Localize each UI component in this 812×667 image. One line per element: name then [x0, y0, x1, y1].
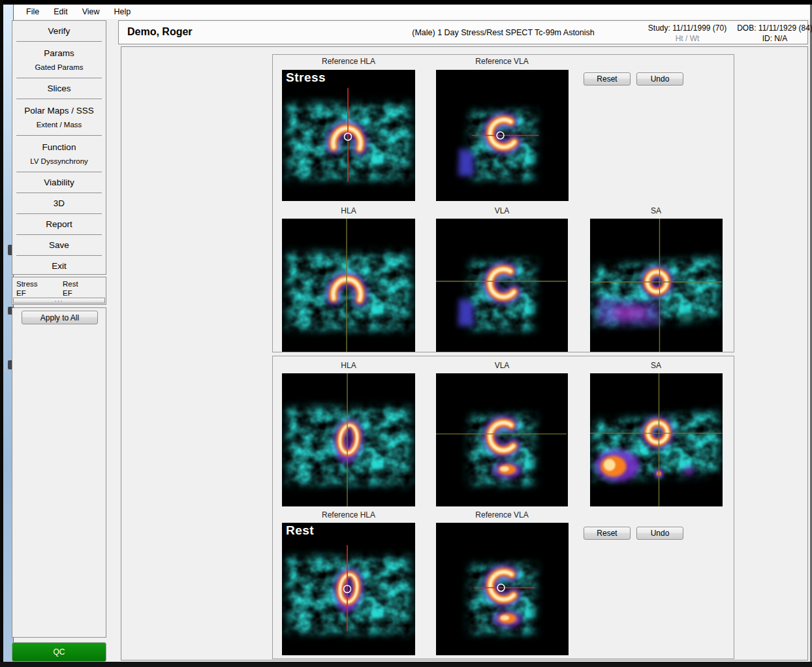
taskbar-strip [0, 662, 812, 667]
stress-overlay-label: Stress [286, 70, 326, 85]
rest-sa-image[interactable] [590, 373, 723, 506]
ht-wt: Ht / Wt [648, 33, 726, 44]
dob: DOB: 11/11/1929 (84) [737, 23, 812, 33]
stress-reference-hla-image[interactable]: Stress [282, 70, 415, 201]
stress-hla-image[interactable] [282, 219, 415, 352]
rest-reset-button[interactable]: Reset [584, 527, 631, 540]
patient-id: ID: N/A [737, 33, 812, 44]
study-description: (Male) 1 Day Stress/Rest SPECT Tc-99m As… [412, 28, 595, 37]
menu-view[interactable]: View [75, 5, 107, 19]
stress-reset-button[interactable]: Reset [584, 72, 631, 85]
rest-reference-vla-image[interactable] [436, 523, 569, 655]
menu-help[interactable]: Help [107, 5, 138, 19]
apply-to-all-button[interactable]: Apply to All [22, 311, 98, 324]
study-date: Study: 11/11/1999 (70) [648, 23, 726, 33]
sidebar-subitem-label[interactable]: Extent / Mass [12, 120, 106, 130]
label-rest-ref-vla: Reference VLA [450, 510, 554, 520]
sidebar-subitem-label[interactable]: LV Dyssynchrony [12, 157, 106, 166]
sidebar-item-3d[interactable]: 3D [12, 193, 106, 213]
sidebar-item-label[interactable]: Function [12, 142, 106, 153]
sidebar-item-label[interactable]: Report [12, 219, 106, 230]
label-stress-ref-hla: Reference HLA [296, 57, 401, 66]
sidebar-item-params[interactable]: ParamsGated Params [12, 42, 106, 78]
sidebar-item-label[interactable]: Slices [12, 83, 106, 94]
sidebar-item-verify[interactable]: Verify [12, 21, 106, 41]
ef-panel: Stress EF Rest EF ... [12, 277, 106, 305]
stress-reference-vla-image[interactable] [436, 70, 569, 201]
rest-vla-image[interactable] [436, 373, 568, 506]
rest-reference-hla-image[interactable]: Rest [282, 523, 415, 655]
sidebar-item-label[interactable]: 3D [12, 198, 106, 209]
menu-file[interactable]: File [19, 5, 46, 19]
stress-group: Reference HLA Reference VLA Stress Reset… [272, 54, 734, 352]
label-stress-ref-vla: Reference VLA [450, 57, 554, 66]
sidebar-item-label[interactable]: Verify [12, 25, 106, 37]
label-rest-vla: VLA [450, 361, 554, 370]
label-rest-hla: HLA [296, 361, 401, 370]
dob-block: DOB: 11/11/1929 (84) ID: N/A [737, 23, 812, 44]
menu-bar: File Edit View Help [14, 5, 810, 19]
stress-vla-image[interactable] [436, 219, 568, 352]
window-top-border [0, 0, 812, 5]
label-stress-vla: VLA [450, 206, 554, 215]
rest-overlay-label: Rest [286, 523, 314, 538]
ef-expander-handle[interactable]: ... [13, 298, 105, 303]
patient-header: Demo, Roger (Male) 1 Day Stress/Rest SPE… [118, 20, 808, 44]
sidebar-item-exit[interactable]: Exit [12, 256, 106, 275]
label-rest-sa: SA [604, 361, 708, 370]
sidebar-item-slices[interactable]: Slices [12, 78, 106, 99]
sidebar-item-polar-maps-sss[interactable]: Polar Maps / SSSExtent / Mass [12, 99, 106, 135]
ef-stress-title: Stress [16, 280, 38, 288]
label-rest-ref-hla: Reference HLA [296, 510, 401, 520]
menu-edit[interactable]: Edit [46, 5, 75, 19]
rest-group: HLA VLA SA Reference HLA Reference VLA [272, 356, 734, 659]
stress-sa-image[interactable] [590, 219, 723, 352]
ef-stress-value: EF [16, 289, 26, 297]
sidebar-item-viability[interactable]: Viability [12, 172, 106, 193]
sidebar-item-report[interactable]: Report [12, 214, 106, 234]
sidebar-item-label[interactable]: Exit [12, 260, 106, 271]
rest-hla-image[interactable] [282, 373, 415, 506]
sidebar-item-save[interactable]: Save [12, 235, 106, 255]
label-stress-hla: HLA [296, 206, 401, 215]
label-stress-sa: SA [604, 206, 708, 215]
sidebar-item-label[interactable]: Save [12, 240, 106, 251]
sidebar-item-label[interactable]: Viability [12, 177, 106, 188]
qc-button[interactable]: QC [12, 642, 106, 662]
rest-undo-button[interactable]: Undo [636, 527, 683, 540]
sidebar-subitem-label[interactable]: Gated Params [12, 63, 106, 72]
stress-undo-button[interactable]: Undo [636, 72, 683, 85]
sidebar-nav: VerifyParamsGated ParamsSlicesPolar Maps… [12, 20, 106, 275]
sidebar-item-label[interactable]: Params [12, 48, 106, 59]
ef-rest-value: EF [63, 289, 72, 297]
study-date-block: Study: 11/11/1999 (70) Ht / Wt [648, 23, 726, 44]
patient-name: Demo, Roger [127, 26, 193, 38]
viewer-panel: Reference HLA Reference VLA Stress Reset… [121, 46, 808, 660]
ef-rest-title: Rest [63, 280, 78, 288]
apply-panel: Apply to All [12, 307, 106, 638]
sidebar-item-function[interactable]: FunctionLV Dyssynchrony [12, 136, 106, 172]
sidebar-item-label[interactable]: Polar Maps / SSS [12, 105, 106, 116]
